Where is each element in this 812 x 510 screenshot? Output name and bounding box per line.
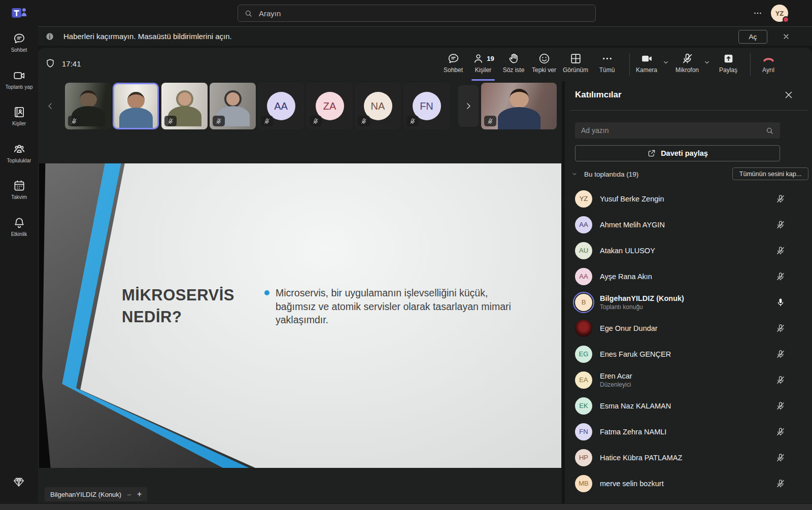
- banner-open-button[interactable]: Aç: [738, 30, 767, 44]
- chevron-down-icon[interactable]: [571, 171, 578, 178]
- community-icon: [13, 143, 26, 156]
- mic-muted-icon[interactable]: [775, 194, 786, 204]
- close-icon[interactable]: [783, 89, 794, 100]
- mic-muted-icon[interactable]: [775, 271, 786, 282]
- ellipsis-icon: [753, 8, 763, 18]
- participant-row[interactable]: MB merve selin bozkurt: [571, 470, 802, 496]
- participant-row[interactable]: AU Atakan ULUSOY: [571, 237, 802, 263]
- mic-muted-icon[interactable]: [775, 246, 786, 256]
- participant-count: 19: [487, 55, 494, 62]
- participant-row[interactable]: YZ Yusuf Berke Zengin: [571, 186, 802, 212]
- hang-up-icon: [762, 52, 775, 65]
- sidebar-item-meet[interactable]: Toplantı yap: [0, 69, 38, 99]
- sidebar-item-chat[interactable]: Sohbet: [0, 32, 38, 62]
- participant-role: Düzenleyici: [600, 381, 632, 388]
- window-bottom-strip: [0, 504, 812, 510]
- participant-search-input[interactable]: Ad yazın: [575, 122, 780, 139]
- mic-on-icon[interactable]: [775, 297, 786, 308]
- user-avatar[interactable]: YZ: [771, 5, 788, 22]
- sidebar-item-communities[interactable]: Topluluklar: [0, 143, 38, 173]
- participant-row[interactable]: AA Ahmet Melih AYGIN: [571, 212, 802, 237]
- avatar-tile[interactable]: NA: [355, 83, 401, 129]
- presenter-name: BilgehanYILDIZ (Konuk): [50, 491, 121, 498]
- camera-button[interactable]: Kamera: [632, 52, 661, 80]
- zoom-in-button[interactable]: +: [137, 490, 142, 499]
- sidebar-item-calendar[interactable]: Takvim: [0, 179, 38, 210]
- video-tile[interactable]: [210, 83, 256, 129]
- avatar-tile[interactable]: AA: [258, 83, 304, 129]
- camera-icon: [640, 52, 653, 65]
- calendar-icon: [13, 179, 26, 192]
- mic-muted-icon: [167, 118, 174, 125]
- avatar: MB: [575, 475, 592, 492]
- more-options-button[interactable]: [751, 8, 764, 18]
- avatar-tile[interactable]: FN: [403, 83, 450, 129]
- participant-row[interactable]: AA Ayşe Rana Akın: [571, 263, 802, 289]
- participant-row[interactable]: EA Eren Acar Düzenleyici: [571, 367, 802, 393]
- gem-icon[interactable]: [13, 476, 25, 488]
- sidebar-item-label: Sohbet: [11, 47, 27, 53]
- sidebar-item-people[interactable]: Kişiler: [0, 106, 38, 136]
- participant-row[interactable]: HP Hatice Kübra PATLAMAZ: [571, 445, 802, 470]
- share-button[interactable]: Paylaş: [714, 52, 743, 80]
- participants-panel: Katılımcılar Ad yazın Daveti paylaş Bu t…: [565, 81, 812, 503]
- participant-row[interactable]: FN Fatma Zehra NAMLI: [571, 419, 802, 445]
- mic-muted-icon[interactable]: [775, 220, 786, 230]
- strip-previous-button[interactable]: [45, 98, 58, 114]
- video-tile[interactable]: [161, 83, 208, 129]
- address-book-icon: [13, 106, 26, 119]
- participant-row[interactable]: Ege Onur Dundar: [571, 315, 802, 341]
- mic-chevron-icon[interactable]: [703, 58, 711, 66]
- banner-close-button[interactable]: [780, 30, 792, 43]
- tab-raise-hand[interactable]: Söz iste: [499, 52, 528, 80]
- meeting-window: 17:41 Sohbet 19 Kişiler Söz iste Tepki v…: [38, 48, 812, 503]
- microphone-button[interactable]: Mikrofon: [672, 52, 702, 80]
- chat-icon: [13, 32, 26, 45]
- search-icon: [765, 126, 774, 135]
- raised-hand-icon: [507, 52, 520, 65]
- mic-muted-icon[interactable]: [775, 453, 786, 463]
- people-icon: [472, 52, 485, 65]
- banner-open-label: Aç: [749, 33, 757, 41]
- avatar-tile[interactable]: ZA: [307, 83, 353, 129]
- tab-react[interactable]: Tepki ver: [529, 52, 559, 80]
- strip-next-button[interactable]: [458, 85, 479, 127]
- mic-muted-icon[interactable]: [775, 375, 786, 385]
- mic-muted-icon: [71, 118, 78, 125]
- video-tile[interactable]: [65, 83, 111, 129]
- panel-divider: [571, 110, 808, 111]
- participant-row[interactable]: EG Enes Faruk GENÇER: [571, 341, 802, 367]
- share-invite-button[interactable]: Daveti paylaş: [575, 145, 780, 161]
- leave-button[interactable]: Ayrıl: [754, 52, 783, 80]
- participant-row[interactable]: EK Esma Naz KALAMAN: [571, 393, 802, 419]
- participant-row-speaking[interactable]: B BilgehanYILDIZ (Konuk) Toplantı konuğu: [571, 289, 802, 315]
- mic-muted-icon: [487, 118, 494, 125]
- video-tile-speaking[interactable]: [113, 83, 159, 129]
- tab-more[interactable]: Tümü: [592, 52, 622, 80]
- tab-label: Sohbet: [444, 66, 463, 74]
- camera-chevron-icon[interactable]: [662, 58, 670, 66]
- zoom-out-button[interactable]: −: [127, 490, 131, 499]
- mic-muted-icon[interactable]: [775, 323, 786, 333]
- mic-muted-icon[interactable]: [775, 349, 786, 359]
- mic-muted-icon[interactable]: [775, 401, 786, 411]
- leave-label: Ayrıl: [762, 66, 774, 74]
- tab-view[interactable]: Görünüm: [561, 52, 590, 80]
- mic-muted-icon[interactable]: [775, 479, 786, 489]
- tab-chat[interactable]: Sohbet: [438, 52, 468, 80]
- tab-people[interactable]: 19 Kişiler: [468, 52, 498, 80]
- mute-all-button[interactable]: Tümünün sesini kap...: [732, 167, 808, 180]
- microphone-label: Mikrofon: [675, 66, 699, 74]
- avatar: AA: [575, 268, 592, 285]
- sidebar-item-label: Takvim: [11, 194, 27, 200]
- panel-title: Katılımcılar: [575, 90, 622, 100]
- mic-muted-icon[interactable]: [775, 427, 786, 437]
- video-tile-large[interactable]: [481, 83, 557, 129]
- participant-name: Eren Acar: [600, 372, 632, 380]
- search-input[interactable]: Arayın: [238, 5, 596, 22]
- muted-badge: [358, 116, 370, 126]
- tab-label: Söz iste: [503, 66, 525, 74]
- sidebar-item-label: Toplantı yap: [6, 84, 33, 90]
- avatar: AU: [575, 242, 592, 259]
- sidebar-item-activity[interactable]: Etkinlik: [0, 216, 38, 247]
